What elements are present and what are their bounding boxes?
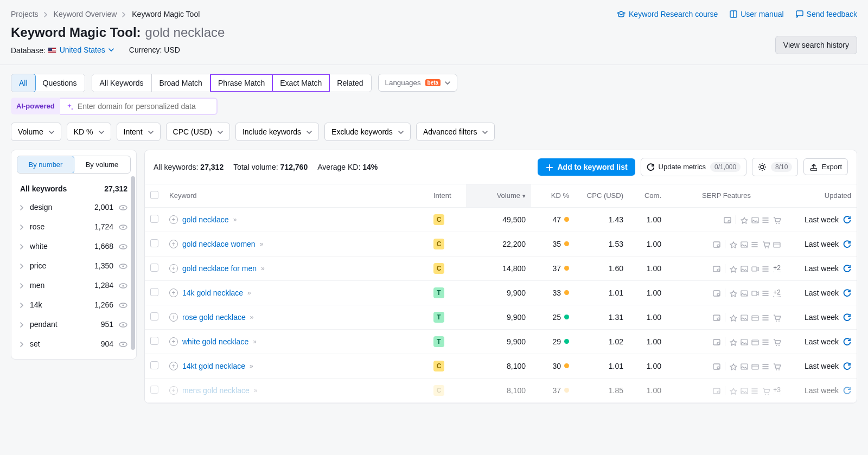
add-keyword-icon[interactable]: + — [169, 386, 178, 395]
eye-icon[interactable] — [119, 300, 127, 309]
ai-domain-input[interactable] — [78, 102, 211, 111]
row-checkbox[interactable] — [150, 215, 158, 223]
filter-volume[interactable]: Volume — [11, 123, 61, 141]
select-all-checkbox[interactable] — [150, 191, 158, 199]
sidebar-item-pendant[interactable]: pendant951 — [15, 315, 133, 334]
add-keyword-icon[interactable]: + — [169, 362, 178, 370]
filter-include-keywords[interactable]: Include keywords — [235, 123, 319, 141]
sidebar-item-14k[interactable]: 14k1,266 — [15, 295, 133, 315]
filter-advanced-filters[interactable]: Advanced filters — [416, 123, 495, 141]
col-kd[interactable]: KD % — [531, 184, 575, 208]
refresh-row-icon[interactable] — [843, 264, 851, 273]
seg-questions[interactable]: Questions — [35, 74, 85, 92]
eye-icon[interactable] — [119, 222, 127, 231]
filter-cpc-usd-[interactable]: CPC (USD) — [166, 123, 230, 141]
keyword-link[interactable]: gold necklace women — [182, 240, 256, 248]
sidebar-all-keywords[interactable]: All keywords 27,312 — [15, 180, 133, 197]
row-checkbox[interactable] — [150, 264, 158, 272]
col-updated[interactable]: Updated — [786, 184, 857, 208]
double-chevron-icon[interactable]: » — [253, 338, 256, 345]
sidebar-item-rose[interactable]: rose1,724 — [15, 217, 133, 236]
serp-more[interactable]: +2 — [773, 289, 781, 297]
keyword-link[interactable]: gold necklace for men — [182, 264, 257, 273]
add-keyword-icon[interactable]: + — [169, 215, 178, 224]
keyword-link[interactable]: rose gold necklace — [182, 313, 246, 322]
seg-broad-match[interactable]: Broad Match — [152, 74, 210, 92]
sidebar-item-price[interactable]: price1,350 — [15, 256, 133, 275]
filter-kd-[interactable]: KD % — [67, 123, 111, 141]
keyword-link[interactable]: 14k gold necklace — [182, 289, 243, 297]
add-to-keyword-list-button[interactable]: Add to keyword list — [538, 158, 635, 176]
serp-more[interactable]: +2 — [773, 264, 781, 272]
add-keyword-icon[interactable]: + — [169, 337, 178, 346]
refresh-row-icon[interactable] — [843, 239, 851, 248]
sidebar-item-white[interactable]: white1,668 — [15, 236, 133, 256]
col-intent[interactable]: Intent — [428, 184, 466, 208]
add-keyword-icon[interactable]: + — [169, 313, 178, 322]
row-checkbox[interactable] — [150, 361, 158, 369]
link-user-manual[interactable]: User manual — [730, 10, 783, 18]
link-send-feedback[interactable]: Send feedback — [796, 10, 857, 18]
ai-domain-input-wrap[interactable] — [60, 98, 218, 115]
sidebar-item-men[interactable]: men1,284 — [15, 275, 133, 295]
double-chevron-icon[interactable]: » — [247, 289, 250, 297]
filter-exclude-keywords[interactable]: Exclude keywords — [324, 123, 411, 141]
languages-dropdown[interactable]: Languages beta — [378, 74, 458, 92]
crumb-projects[interactable]: Projects — [11, 10, 39, 18]
row-checkbox[interactable] — [150, 386, 158, 394]
export-button[interactable]: Export — [803, 158, 848, 175]
keyword-link[interactable]: mens gold necklace — [182, 386, 250, 395]
keyword-link[interactable]: gold necklace — [182, 215, 229, 224]
col-volume[interactable]: Volume▾ — [466, 184, 531, 208]
eye-icon[interactable] — [119, 320, 127, 329]
serp-more[interactable]: +3 — [773, 386, 781, 394]
eye-icon[interactable] — [119, 261, 127, 270]
refresh-row-icon[interactable] — [843, 337, 851, 346]
eye-icon[interactable] — [119, 203, 127, 212]
col-com[interactable]: Com. — [629, 184, 667, 208]
refresh-row-icon[interactable] — [843, 312, 851, 322]
row-checkbox[interactable] — [150, 337, 158, 345]
scrollbar-thumb[interactable] — [131, 176, 135, 350]
refresh-row-icon[interactable] — [843, 361, 851, 370]
row-checkbox[interactable] — [150, 288, 158, 296]
seg-related[interactable]: Related — [329, 74, 371, 92]
double-chevron-icon[interactable]: » — [233, 216, 236, 223]
eye-icon[interactable] — [119, 281, 127, 290]
seg-all-keywords[interactable]: All Keywords — [92, 74, 152, 92]
add-keyword-icon[interactable]: + — [169, 289, 178, 297]
eye-icon[interactable] — [119, 339, 127, 348]
settings-button[interactable]: 8/10 — [752, 158, 798, 176]
keyword-link[interactable]: white gold necklace — [182, 337, 248, 346]
row-checkbox[interactable] — [150, 312, 158, 321]
keyword-link[interactable]: 14kt gold necklace — [182, 362, 245, 370]
link-research-course[interactable]: Keyword Research course — [617, 10, 718, 18]
refresh-row-icon[interactable] — [843, 215, 851, 224]
double-chevron-icon[interactable]: » — [250, 313, 253, 321]
view-search-history-button[interactable]: View search history — [775, 36, 857, 54]
eye-icon[interactable] — [119, 242, 127, 251]
col-keyword[interactable]: Keyword — [164, 184, 428, 208]
refresh-row-icon[interactable] — [843, 386, 851, 395]
seg-exact-match[interactable]: Exact Match — [272, 74, 330, 92]
crumb-overview[interactable]: Keyword Overview — [54, 10, 117, 18]
seg-phrase-match[interactable]: Phrase Match — [210, 74, 273, 92]
seg-all[interactable]: All — [11, 74, 36, 92]
filter-intent[interactable]: Intent — [117, 123, 161, 141]
add-keyword-icon[interactable]: + — [169, 264, 178, 273]
add-keyword-icon[interactable]: + — [169, 240, 178, 248]
sidebar-item-set[interactable]: set904 — [15, 334, 133, 354]
sidebar-item-design[interactable]: design2,001 — [15, 197, 133, 217]
toggle-by-number[interactable]: By number — [17, 156, 74, 174]
col-cpc[interactable]: CPC (USD) — [575, 184, 629, 208]
double-chevron-icon[interactable]: » — [260, 240, 263, 248]
toggle-by-volume[interactable]: By volume — [74, 156, 130, 173]
double-chevron-icon[interactable]: » — [254, 387, 257, 394]
update-metrics-button[interactable]: Update metrics 0/1,000 — [641, 158, 746, 176]
col-serp[interactable]: SERP Features — [667, 184, 786, 208]
row-checkbox[interactable] — [150, 239, 158, 247]
double-chevron-icon[interactable]: » — [250, 362, 252, 370]
refresh-row-icon[interactable] — [843, 288, 851, 297]
double-chevron-icon[interactable]: » — [261, 265, 264, 272]
database-selector[interactable]: United States — [48, 46, 114, 54]
